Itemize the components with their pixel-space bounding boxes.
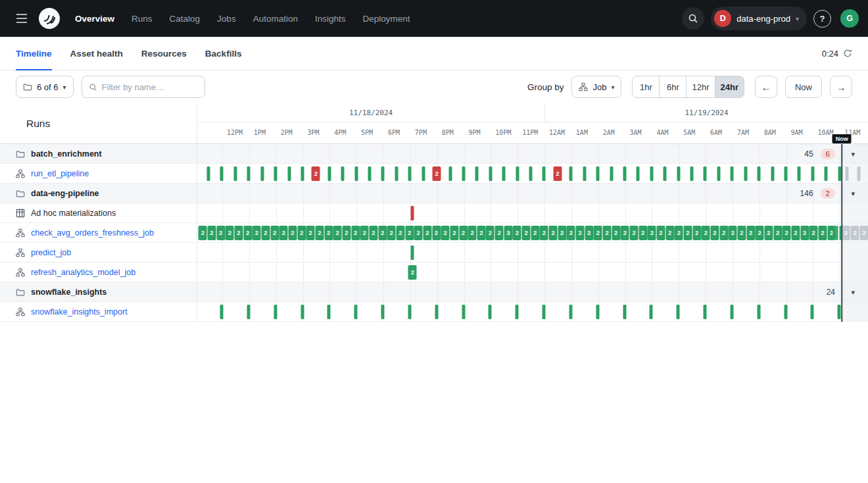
run-bar-success[interactable] [542, 166, 546, 181]
tab-resources[interactable]: Resources [141, 37, 187, 70]
range-button-6hr[interactable]: 6hr [659, 76, 687, 98]
run-bar-success[interactable] [758, 166, 761, 181]
run-bar-success[interactable]: 2 [261, 226, 270, 240]
run-bar-success[interactable]: 2 [665, 226, 674, 240]
run-bar-success[interactable] [274, 305, 277, 319]
filter-field[interactable] [82, 76, 205, 98]
run-bar-success[interactable]: 2 [486, 226, 494, 240]
run-bar-success[interactable] [596, 166, 600, 181]
run-bar-success[interactable]: 2 [540, 226, 548, 240]
run-bar-success[interactable]: 2 [719, 226, 728, 240]
run-bar-success[interactable]: 2 [459, 226, 468, 240]
run-bar-success[interactable]: 2 [603, 226, 612, 240]
row-label-check-avg-orders-freshness-job[interactable]: check_avg_orders_freshness_job [31, 228, 154, 238]
run-bar-success[interactable] [301, 166, 304, 181]
prev-window-button[interactable]: ← [755, 76, 777, 98]
row-label-predict-job[interactable]: predict_job [31, 248, 71, 257]
run-bar-success[interactable] [489, 305, 492, 319]
run-bar-success[interactable]: 2 [612, 226, 620, 240]
run-bar-success[interactable] [757, 305, 760, 319]
run-bar-success[interactable]: 2 [648, 226, 656, 240]
run-bar-success[interactable]: 2 [396, 226, 404, 240]
expand-caret-icon[interactable] [851, 288, 855, 296]
run-bar-success[interactable]: 2 [522, 226, 531, 240]
run-bar-success[interactable]: 2 [594, 226, 602, 240]
row-label-run-etl-pipeline[interactable]: run_etl_pipeline [31, 169, 89, 178]
run-bar-success[interactable]: 2 [243, 226, 252, 240]
run-bar-success[interactable]: 2 [450, 226, 458, 240]
run-bar-success[interactable] [839, 226, 841, 240]
run-bar-failure[interactable]: 2 [433, 166, 441, 181]
group-by-select[interactable]: Job [571, 76, 621, 98]
run-bar-success[interactable] [462, 305, 465, 319]
expand-caret-icon[interactable] [851, 189, 855, 197]
nav-item-deployment[interactable]: Deployment [362, 14, 410, 24]
run-bar-success[interactable]: 2 [764, 226, 773, 240]
run-bar-success[interactable]: 2 [800, 226, 809, 240]
run-bar-success[interactable] [784, 166, 787, 181]
run-bar-success[interactable] [489, 166, 492, 181]
run-bar-success[interactable] [247, 305, 250, 319]
run-bar-failure[interactable]: 2 [312, 166, 320, 181]
run-bar-success[interactable]: 2 [818, 226, 827, 240]
run-bar-success[interactable] [408, 305, 411, 319]
run-bar-success[interactable]: 2 [369, 226, 377, 240]
run-bar-success[interactable]: 2 [342, 226, 350, 240]
run-bar-success[interactable]: 2 [746, 226, 755, 240]
run-bar-future[interactable]: 2 [842, 226, 850, 240]
run-bar-success[interactable] [516, 166, 519, 181]
run-bar-success[interactable] [408, 166, 412, 181]
nav-item-runs[interactable]: Runs [132, 14, 153, 24]
now-button[interactable]: Now [785, 76, 822, 98]
run-bar-success[interactable]: 2 [279, 226, 288, 240]
run-bar-success[interactable] [475, 166, 479, 181]
run-bar-success[interactable] [422, 166, 425, 181]
hamburger-menu-icon[interactable] [9, 6, 34, 31]
run-bar-success[interactable]: 2 [432, 226, 441, 240]
range-button-1hr[interactable]: 1hr [632, 76, 660, 98]
run-bar-success[interactable] [610, 166, 613, 181]
run-bar-success[interactable] [677, 305, 680, 319]
run-bar-success[interactable] [448, 166, 452, 181]
run-bar-success[interactable]: 2 [549, 226, 558, 240]
run-bar-success[interactable] [704, 166, 707, 181]
run-bar-success[interactable] [731, 166, 734, 181]
run-bar-success[interactable] [637, 166, 640, 181]
row-label-refresh-analytics-model-job[interactable]: refresh_analytics_model_job [31, 268, 135, 277]
run-bar-success[interactable] [220, 166, 224, 181]
filter-input[interactable] [102, 82, 198, 92]
run-bar-success[interactable] [516, 305, 519, 319]
run-bar-success[interactable] [207, 166, 210, 181]
run-bar-success[interactable] [301, 305, 304, 319]
run-bar-failure[interactable]: 2 [553, 166, 562, 181]
run-bar-success[interactable]: 3 [504, 226, 512, 240]
run-bar-success[interactable]: 2 [468, 226, 477, 240]
nav-item-catalog[interactable]: Catalog [170, 14, 201, 24]
run-bar-success[interactable] [825, 166, 828, 181]
run-bar-success[interactable] [838, 166, 841, 181]
group-row-batch-enrichment[interactable]: batch_enrichment456 [0, 144, 868, 164]
run-bar-success[interactable]: 2 [216, 226, 225, 240]
run-bar-success[interactable] [233, 166, 237, 181]
run-bar-success[interactable]: 2 [414, 226, 423, 240]
expand-caret-icon[interactable] [851, 149, 855, 158]
run-bar-success[interactable]: 2 [408, 265, 417, 280]
range-button-24hr[interactable]: 24hr [715, 76, 744, 98]
run-bar-success[interactable]: 2 [773, 226, 782, 240]
run-bar-success[interactable]: 2 [576, 226, 585, 240]
run-bar-success[interactable]: 2 [729, 226, 737, 240]
run-bar-success[interactable] [677, 166, 680, 181]
range-button-12hr[interactable]: 12hr [686, 76, 715, 98]
run-bar-success[interactable]: 2 [235, 226, 243, 240]
run-bar-success[interactable] [435, 305, 438, 319]
run-bar-future[interactable]: 2 [851, 226, 859, 240]
tab-timeline[interactable]: Timeline [16, 37, 52, 70]
run-bar-success[interactable]: 2 [333, 226, 342, 240]
run-bar-success[interactable]: 2 [441, 226, 450, 240]
run-bar-success[interactable]: 2 [378, 226, 387, 240]
run-bar-success[interactable] [354, 166, 358, 181]
run-bar-success[interactable]: 2 [783, 226, 791, 240]
run-bar-success[interactable] [771, 166, 774, 181]
dagster-logo-icon[interactable] [38, 7, 60, 30]
run-bar-success[interactable]: 2 [737, 226, 746, 240]
